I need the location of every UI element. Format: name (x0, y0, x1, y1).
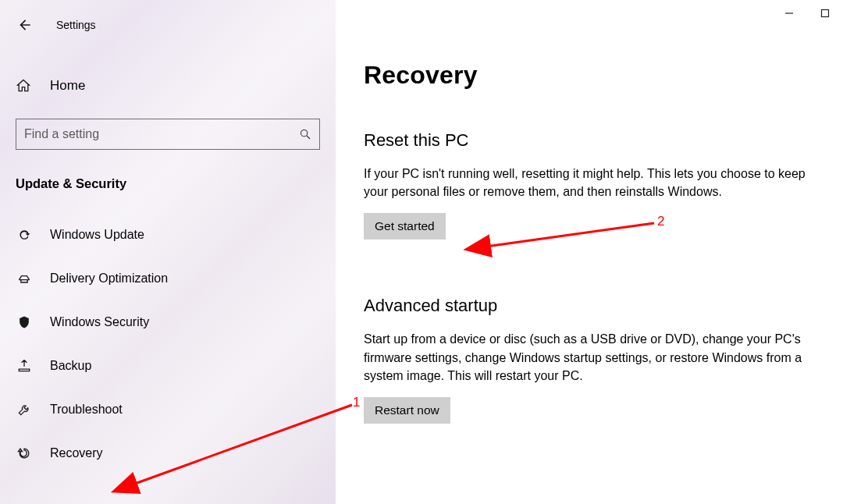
page-title: Recovery (364, 61, 816, 90)
search-input[interactable] (24, 127, 282, 141)
nav-label: Windows Security (50, 315, 149, 329)
nav-label: Troubleshoot (50, 403, 123, 417)
nav-label: Recovery (50, 446, 103, 460)
nav-label: Delivery Optimization (50, 272, 168, 286)
restart-now-button[interactable]: Restart now (364, 397, 450, 424)
backup-icon (16, 358, 33, 374)
delivery-icon (16, 271, 33, 286)
search-box[interactable] (16, 119, 320, 150)
nav-item-windows-update[interactable]: Windows Update (11, 213, 320, 257)
advanced-heading: Advanced startup (364, 296, 816, 316)
nav-item-backup[interactable]: Backup (11, 344, 320, 388)
maximize-icon (820, 9, 830, 18)
nav-list: Windows Update Delivery Optimization Win… (16, 213, 320, 475)
maximize-button[interactable] (818, 6, 832, 20)
app-title: Settings (56, 19, 96, 31)
content-pane: Recovery Reset this PC If your PC isn't … (336, 0, 843, 504)
section-heading: Update & Security (16, 176, 320, 191)
nav-label: Backup (50, 359, 91, 373)
back-button[interactable] (16, 16, 34, 34)
home-label: Home (50, 78, 85, 94)
minimize-button[interactable] (782, 6, 796, 20)
nav-label: Windows Update (50, 228, 144, 242)
home-icon (16, 78, 33, 94)
advanced-description: Start up from a device or disc (such as … (364, 330, 816, 385)
nav-item-troubleshoot[interactable]: Troubleshoot (11, 388, 320, 431)
nav-item-windows-security[interactable]: Windows Security (11, 300, 320, 344)
nav-item-delivery-optimization[interactable]: Delivery Optimization (11, 257, 320, 300)
reset-description: If your PC isn't running well, resetting… (364, 165, 816, 201)
recovery-icon (16, 445, 33, 461)
wrench-icon (16, 402, 33, 417)
home-link[interactable]: Home (16, 70, 320, 101)
sidebar: Settings Home Update & Security Windo (0, 0, 336, 504)
search-icon (299, 128, 311, 140)
minimize-icon (784, 9, 794, 18)
arrow-left-icon (17, 17, 33, 33)
sync-icon (16, 227, 33, 243)
reset-heading: Reset this PC (364, 130, 816, 151)
nav-item-recovery[interactable]: Recovery (11, 431, 320, 475)
shield-icon (16, 314, 33, 330)
get-started-button[interactable]: Get started (364, 213, 446, 240)
svg-point-0 (301, 130, 308, 137)
svg-rect-3 (822, 10, 829, 17)
svg-line-1 (307, 136, 310, 139)
